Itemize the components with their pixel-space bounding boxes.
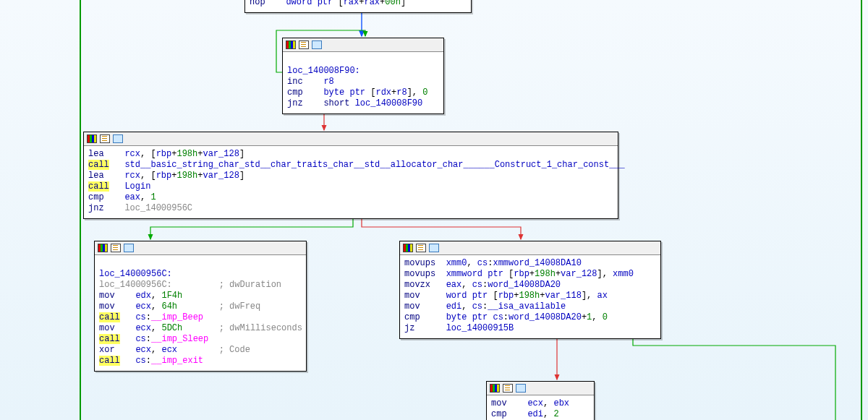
color-bars-icon[interactable] bbox=[98, 243, 108, 253]
edit-icon[interactable] bbox=[416, 243, 426, 253]
block-body: mov r8, 0FFFFFFFFFFFFFFFFh nop dword ptr… bbox=[245, 0, 471, 12]
edit-icon[interactable] bbox=[100, 134, 110, 144]
note-icon[interactable] bbox=[124, 243, 134, 253]
block-body: loc_140008F90: inc r8 cmp byte ptr [rdx+… bbox=[283, 52, 443, 113]
edit-icon[interactable] bbox=[299, 40, 309, 50]
color-bars-icon[interactable] bbox=[403, 243, 413, 253]
block-header bbox=[95, 241, 306, 255]
block-header bbox=[487, 382, 594, 395]
block-body: movups xmm0, cs:xmmword_14008DA10 movups… bbox=[400, 255, 660, 338]
note-icon[interactable] bbox=[516, 383, 526, 393]
graph-canvas[interactable]: mov r8, 0FFFFFFFFFFFFFFFFh nop dword ptr… bbox=[0, 0, 868, 420]
block-loop[interactable]: loc_140008F90: inc r8 cmp byte ptr [rdx+… bbox=[282, 38, 444, 114]
block-body: mov ecx, ebx cmp edi, 2 bbox=[487, 395, 594, 420]
note-icon[interactable] bbox=[429, 243, 439, 253]
block-header bbox=[84, 132, 618, 146]
block-tail[interactable]: mov ecx, ebx cmp edi, 2 bbox=[486, 381, 595, 420]
block-header bbox=[283, 38, 443, 52]
color-bars-icon[interactable] bbox=[286, 40, 296, 50]
color-bars-icon[interactable] bbox=[490, 383, 500, 393]
note-icon[interactable] bbox=[312, 40, 322, 50]
edit-icon[interactable] bbox=[111, 243, 121, 253]
color-bars-icon[interactable] bbox=[87, 134, 97, 144]
block-body: loc_14000956C: loc_14000956C: ; dwDurati… bbox=[95, 255, 306, 371]
canvas-border-right bbox=[861, 0, 862, 420]
block-beep-exit[interactable]: loc_14000956C: loc_14000956C: ; dwDurati… bbox=[94, 241, 307, 372]
block-top-partial[interactable]: mov r8, 0FFFFFFFFFFFFFFFFh nop dword ptr… bbox=[244, 0, 472, 13]
note-icon[interactable] bbox=[113, 134, 123, 144]
canvas-border-left bbox=[80, 0, 81, 420]
block-header bbox=[400, 241, 660, 255]
edit-icon[interactable] bbox=[503, 383, 513, 393]
block-movups[interactable]: movups xmm0, cs:xmmword_14008DA10 movups… bbox=[399, 241, 661, 339]
block-construct-login[interactable]: lea rcx, [rbp+198h+var_128] call std__ba… bbox=[83, 132, 618, 219]
block-body: lea rcx, [rbp+198h+var_128] call std__ba… bbox=[84, 146, 618, 218]
